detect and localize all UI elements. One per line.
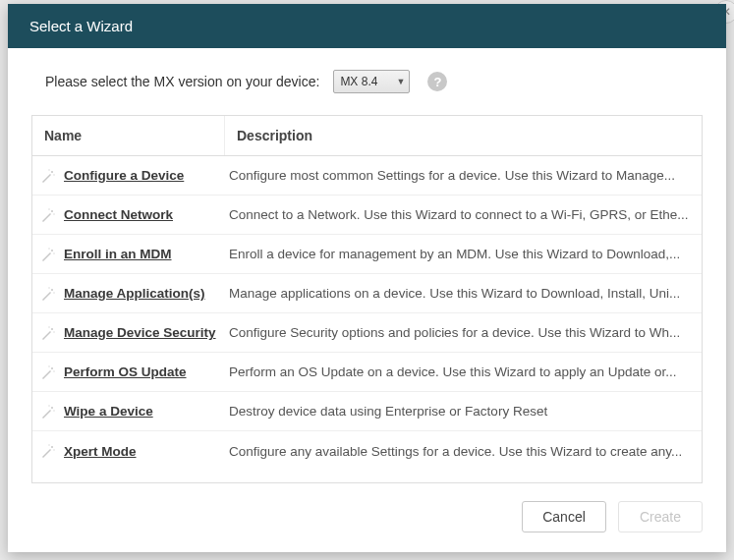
table-row[interactable]: Configure a DeviceConfigure most common … xyxy=(32,156,702,196)
wizard-description: Connect to a Network. Use this Wizard to… xyxy=(225,199,702,230)
table-row[interactable]: Enroll in an MDMEnroll a device for mana… xyxy=(32,235,702,274)
wizard-name-link[interactable]: Xpert Mode xyxy=(64,444,137,459)
table-row[interactable]: Connect NetworkConnect to a Network. Use… xyxy=(32,196,702,235)
wizard-name-link[interactable]: Connect Network xyxy=(64,207,173,222)
mx-version-select[interactable]: MX 8.4 ▼ xyxy=(333,70,410,93)
wizard-description: Destroy device data using Enterprise or … xyxy=(225,396,702,426)
wizard-description: Configure Security options and policies … xyxy=(225,317,702,348)
wand-icon xyxy=(40,443,56,459)
wand-icon xyxy=(40,168,56,184)
wand-icon xyxy=(40,247,56,262)
cell-name: Connect Network xyxy=(32,199,225,231)
wizard-name-link[interactable]: Manage Device Security xyxy=(64,325,216,340)
select-wizard-dialog: Select a Wizard Please select the MX ver… xyxy=(8,4,726,552)
table-row[interactable]: Manage Device SecurityConfigure Security… xyxy=(32,313,702,353)
mx-version-row: Please select the MX version on your dev… xyxy=(31,70,703,93)
wand-icon xyxy=(40,404,56,420)
wizard-description: Enroll a device for management by an MDM… xyxy=(225,239,702,269)
table-row[interactable]: Wipe a DeviceDestroy device data using E… xyxy=(32,392,702,431)
table-row[interactable]: Perform OS UpdatePerform an OS Update on… xyxy=(32,353,702,392)
mx-version-label: Please select the MX version on your dev… xyxy=(45,74,319,89)
wizard-name-link[interactable]: Configure a Device xyxy=(64,168,184,183)
wizard-description: Configure most common Settings for a dev… xyxy=(225,160,702,191)
help-icon[interactable]: ? xyxy=(427,72,447,91)
dialog-title: Select a Wizard xyxy=(8,4,726,48)
column-header-description: Description xyxy=(225,116,702,155)
wand-icon xyxy=(40,364,56,380)
dialog-footer: Cancel Create xyxy=(8,483,726,552)
mx-version-value: MX 8.4 xyxy=(340,75,377,88)
cell-name: Xpert Mode xyxy=(32,435,225,467)
wizard-name-link[interactable]: Wipe a Device xyxy=(64,404,153,419)
table-header: Name Description xyxy=(32,116,702,156)
chevron-down-icon: ▼ xyxy=(396,77,405,86)
wizard-description: Configure any available Settings for a d… xyxy=(225,436,702,467)
cell-name: Manage Device Security xyxy=(32,317,225,349)
wand-icon xyxy=(40,286,56,302)
create-button: Create xyxy=(618,501,703,532)
wizard-name-link[interactable]: Enroll in an MDM xyxy=(64,247,172,261)
wizard-description: Manage applications on a device. Use thi… xyxy=(225,278,702,308)
wizard-description: Perform an OS Update on a device. Use th… xyxy=(225,357,702,387)
cell-name: Enroll in an MDM xyxy=(32,239,225,270)
cell-name: Wipe a Device xyxy=(32,396,225,427)
dialog-body: Please select the MX version on your dev… xyxy=(8,48,726,483)
wand-icon xyxy=(40,325,56,341)
table-row[interactable]: Xpert ModeConfigure any available Settin… xyxy=(32,431,702,471)
wizard-name-link[interactable]: Perform OS Update xyxy=(64,364,187,379)
cell-name: Manage Application(s) xyxy=(32,278,225,309)
cell-name: Configure a Device xyxy=(32,160,225,192)
cancel-button[interactable]: Cancel xyxy=(522,501,606,532)
column-header-name: Name xyxy=(32,116,225,155)
wizard-table: Name Description Configure a DeviceConfi… xyxy=(31,115,703,483)
table-body: Configure a DeviceConfigure most common … xyxy=(32,156,702,471)
wizard-name-link[interactable]: Manage Application(s) xyxy=(64,286,205,301)
wand-icon xyxy=(40,207,56,223)
cell-name: Perform OS Update xyxy=(32,357,225,388)
table-row[interactable]: Manage Application(s)Manage applications… xyxy=(32,274,702,313)
